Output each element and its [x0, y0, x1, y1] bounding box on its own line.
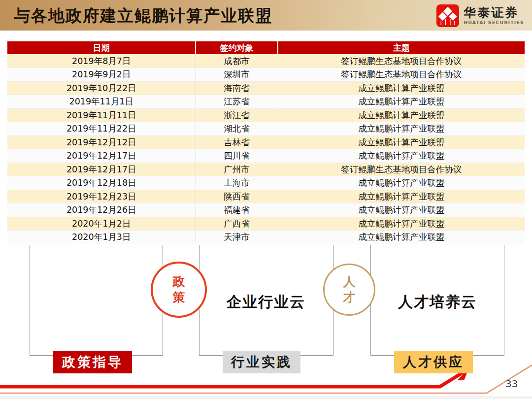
policy-circle-label: 政策 — [171, 274, 186, 306]
policy-circle: 政策 — [151, 262, 207, 318]
table-cell: 2019年12月26日 — [7, 203, 196, 217]
table-row: 2019年12月17日广州市签订鲲鹏生态基地项目合作协议 — [7, 163, 525, 176]
table-cell: 广西省 — [196, 217, 278, 231]
table-cell: 福建省 — [196, 203, 278, 217]
table-row: 2019年9月2日深圳市签订鲲鹏生态基地项目合作协议 — [7, 68, 525, 82]
table-cell: 成立鲲鹏计算产业联盟 — [278, 190, 525, 203]
table-cell: 2019年9月2日 — [7, 68, 196, 82]
table-cell: 湖北省 — [196, 122, 278, 136]
enterprise-cloud-label: 企业行业云 — [223, 292, 309, 312]
table-row: 2020年1月2日广西省成立鲲鹏计算产业联盟 — [7, 217, 525, 231]
table-cell: 成立鲲鹏计算产业联盟 — [278, 81, 525, 95]
table-header-row: 日期签约对象主题 — [7, 41, 525, 54]
table-body: 2019年8月7日成都市签订鲲鹏生态基地项目合作协议2019年9月2日深圳市签订… — [7, 54, 525, 244]
table-row: 2019年10月22日海南省成立鲲鹏计算产业联盟 — [7, 81, 525, 95]
table-cell: 2019年8月7日 — [7, 54, 196, 68]
signing-table: 日期签约对象主题 2019年8月7日成都市签订鲲鹏生态基地项目合作协议2019年… — [7, 41, 525, 244]
table-row: 2019年12月26日福建省成立鲲鹏计算产业联盟 — [7, 203, 525, 217]
table-cell: 四川省 — [196, 149, 278, 163]
connector-line — [504, 245, 504, 355]
table-cell: 2019年10月22日 — [7, 81, 196, 95]
table-cell: 2019年11月1日 — [7, 95, 196, 109]
table-cell: 吉林省 — [196, 135, 278, 149]
table-cell: 2020年1月3日 — [7, 231, 196, 244]
table-cell: 2020年1月2日 — [7, 217, 196, 231]
table-cell: 成立鲲鹏计算产业联盟 — [278, 108, 525, 122]
table-cell: 成立鲲鹏计算产业联盟 — [278, 95, 525, 109]
table-cell: 江苏省 — [196, 95, 278, 109]
table-row: 2019年12月17日四川省成立鲲鹏计算产业联盟 — [7, 149, 525, 163]
talent-circle-label: 人才 — [341, 274, 357, 306]
slide: 与各地政府建立鲲鹏计算产业联盟 华泰证券 HUATAI SECURITIES 日… — [0, 0, 532, 399]
table-cell: 2019年12月17日 — [7, 163, 196, 176]
table-cell: 2019年11月11日 — [7, 108, 196, 122]
table-row: 2019年11月1日江苏省成立鲲鹏计算产业联盟 — [7, 95, 525, 109]
table-row: 2019年12月18日上海市成立鲲鹏计算产业联盟 — [7, 176, 525, 190]
column-header: 签约对象 — [196, 41, 278, 54]
page-number: 33 — [505, 378, 518, 390]
huatai-logo-icon — [436, 4, 459, 27]
title-bar: 与各地政府建立鲲鹏计算产业联盟 华泰证券 HUATAI SECURITIES — [0, 0, 532, 31]
company-logo: 华泰证券 HUATAI SECURITIES — [436, 4, 524, 27]
table-row: 2020年1月3日天津市成立鲲鹏计算产业联盟 — [7, 231, 525, 244]
table-cell: 成立鲲鹏计算产业联盟 — [278, 217, 525, 231]
table-cell: 成立鲲鹏计算产业联盟 — [278, 135, 525, 149]
table-cell: 成立鲲鹏计算产业联盟 — [278, 176, 525, 190]
table-row: 2019年8月7日成都市签订鲲鹏生态基地项目合作协议 — [7, 54, 525, 68]
page-title: 与各地政府建立鲲鹏计算产业联盟 — [14, 0, 272, 31]
table-cell: 成立鲲鹏计算产业联盟 — [278, 203, 525, 217]
table-cell: 成立鲲鹏计算产业联盟 — [278, 149, 525, 163]
talent-circle: 人才 — [323, 264, 375, 316]
column-header: 日期 — [7, 41, 196, 54]
table-cell: 深圳市 — [196, 68, 278, 82]
talent-cloud-label: 人才培养云 — [394, 292, 481, 312]
table-cell: 成立鲲鹏计算产业联盟 — [278, 231, 525, 244]
table-row: 2019年12月12日吉林省成立鲲鹏计算产业联盟 — [7, 135, 525, 149]
logo-company-name-en: HUATAI SECURITIES — [464, 20, 524, 25]
column-header: 主题 — [278, 41, 525, 54]
logo-text: 华泰证券 HUATAI SECURITIES — [464, 6, 524, 25]
connector-line — [30, 245, 30, 355]
table-row: 2019年11月11日浙江省成立鲲鹏计算产业联盟 — [7, 108, 525, 122]
table-cell: 2019年11月22日 — [7, 122, 196, 136]
table-cell: 天津市 — [196, 231, 278, 244]
table-cell: 浙江省 — [196, 108, 278, 122]
logo-company-name: 华泰证券 — [464, 6, 524, 19]
table-row: 2019年11月22日湖北省成立鲲鹏计算产业联盟 — [7, 122, 525, 136]
industry-practice-tag: 行业实践 — [223, 351, 300, 373]
table-cell: 签订鲲鹏生态基地项目合作协议 — [278, 54, 525, 68]
table-cell: 成立鲲鹏计算产业联盟 — [278, 122, 525, 136]
table-cell: 2019年12月18日 — [7, 176, 196, 190]
table-cell: 广州市 — [196, 163, 278, 176]
table-cell: 2019年12月12日 — [7, 135, 196, 149]
table-cell: 成都市 — [196, 54, 278, 68]
table-cell: 上海市 — [196, 176, 278, 190]
policy-guidance-tag: 政策指导 — [53, 351, 132, 373]
table-cell: 海南省 — [196, 81, 278, 95]
table-cell: 签订鲲鹏生态基地项目合作协议 — [278, 163, 525, 176]
table-row: 2019年12月23日陕西省成立鲲鹏计算产业联盟 — [7, 190, 525, 203]
talent-supply-tag: 人才供应 — [394, 351, 473, 373]
table-cell: 签订鲲鹏生态基地项目合作协议 — [278, 68, 525, 82]
table-cell: 2019年12月23日 — [7, 190, 196, 203]
table-cell: 2019年12月17日 — [7, 149, 196, 163]
table-header: 日期签约对象主题 — [7, 41, 525, 54]
table-cell: 陕西省 — [196, 190, 278, 203]
